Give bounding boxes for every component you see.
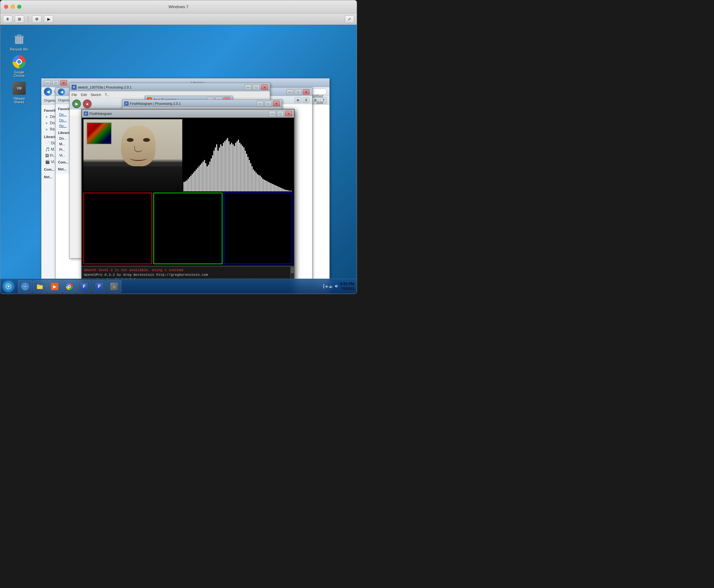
fh-maximize[interactable]: □ [277,111,284,117]
left-eye [127,138,134,142]
svg-rect-10 [189,177,190,191]
svg-rect-51 [245,151,246,191]
svg-rect-60 [257,174,258,191]
svg-rect-54 [249,160,250,191]
fe2-minimize[interactable]: — [286,89,293,95]
svg-rect-68 [268,182,269,191]
start-button[interactable] [0,279,17,294]
proc-minimize[interactable]: — [245,84,252,90]
taskbar-ie[interactable] [18,280,32,293]
proc2-close[interactable]: ✕ [273,101,280,106]
fe2-view[interactable]: ⊞ [295,97,301,103]
svg-rect-77 [280,188,281,191]
svg-rect-14 [195,171,195,191]
svg-rect-19 [201,163,202,191]
svg-rect-35 [223,143,224,191]
svg-rect-39 [229,141,229,191]
svg-rect-21 [204,160,205,191]
svg-rect-65 [264,180,265,191]
proc2-maximize[interactable]: □ [265,101,272,106]
svg-rect-81 [285,190,286,191]
close-button[interactable] [4,5,8,9]
svg-rect-48 [241,144,242,191]
proc-tools[interactable]: T... [105,93,109,97]
find-histogram-window: P FindHistogram — □ ✕ [81,109,295,294]
fe2-close[interactable]: ✕ [303,89,310,95]
proc-stop-btn[interactable]: ■ [83,100,92,108]
console-error-line: Smooth level 2 is not available. Using 1… [84,268,291,272]
clock-date: 7/3/2013 [340,287,354,291]
proc2-minimize[interactable]: — [257,101,263,106]
expand-tray[interactable] [323,284,324,288]
fh-app-icon: P [84,111,88,116]
maximize-button[interactable] [17,5,21,9]
mac-toolbar: ⏸ ⊞ ⚙ ▶ ⤢ [0,14,357,25]
taskbar-chrome[interactable] [62,280,76,293]
mac-window: Windows 7 ⏸ ⊞ ⚙ ▶ ⤢ [0,0,357,294]
proc2-icon: P [124,101,129,106]
svg-rect-74 [276,186,277,191]
green-channel [153,193,222,264]
fh-channels-row [83,193,293,264]
mac-titlebar: Windows 7 [0,0,357,14]
fh-top-row [83,119,293,191]
fe-maximize-btn[interactable]: □ [52,80,59,86]
svg-rect-42 [233,144,233,191]
svg-rect-32 [219,147,220,191]
scrollbar-thumb[interactable] [291,267,294,273]
svg-rect-37 [225,140,226,191]
proc-file[interactable]: File [71,93,77,97]
proc-edit[interactable]: Edit [81,93,87,97]
screenshot-button[interactable]: ⊞ [15,15,24,23]
pause-button[interactable]: ⏸ [3,15,12,23]
minimize-button[interactable] [11,5,15,9]
fe2-details[interactable]: ☰ [303,97,310,103]
settings-button[interactable]: ⚙ [32,15,41,23]
svg-rect-6 [183,182,185,191]
ie-icon [21,283,29,290]
show-hidden-icons[interactable]: ◀ [325,285,327,288]
fe2-nav-icon[interactable]: ◀ [58,88,65,96]
console-line-1: OpenCVPro 0.3.2 by Greg Borenstein http:… [84,273,291,277]
proc-run-btn[interactable]: ▶ [72,100,81,108]
fe-minimize-btn[interactable]: — [44,80,51,86]
svg-rect-20 [203,162,203,191]
traffic-lights [4,5,21,9]
vmware-icon[interactable]: VM VMware Shared [6,81,32,104]
taskbar-processing-1[interactable]: P [77,280,91,293]
taskbar-chrome-icon [66,283,73,290]
system-clock[interactable]: 9:55 PM 7/3/2013 [340,282,354,291]
svg-rect-47 [239,143,240,191]
proc-close[interactable]: ✕ [261,84,268,90]
svg-rect-7 [185,181,186,191]
forward-button[interactable]: ▶ [44,15,53,23]
svg-rect-31 [217,151,218,191]
fe-close-btn[interactable]: ✕ [60,80,67,86]
proc-maximize[interactable]: □ [253,84,260,90]
svg-rect-18 [200,165,201,191]
taskbar-explorer[interactable] [33,280,47,293]
fullscreen-button[interactable]: ⤢ [345,15,354,23]
taskbar-items: ▶ P P [17,280,323,293]
taskbar-processing-2[interactable]: P [92,280,106,293]
fe-nav-back[interactable]: ◀ [44,87,52,96]
fh-close[interactable]: ✕ [285,111,292,117]
svg-rect-30 [216,144,217,191]
fh-minimize[interactable]: — [269,111,276,117]
recycle-bin-icon[interactable]: Recycle Bin [6,31,32,51]
win7-taskbar: ▶ P P [0,279,357,294]
svg-rect-96 [113,284,115,285]
fe2-maximize[interactable]: □ [295,89,301,95]
taskbar-screenshot[interactable] [107,280,122,293]
chrome-icon[interactable]: Google Chrome [6,54,32,78]
svg-rect-67 [267,181,267,191]
svg-rect-11 [190,176,191,191]
nose [134,146,143,152]
taskbar-media[interactable]: ▶ [47,280,62,293]
volume-icon [334,284,339,289]
svg-rect-57 [253,169,254,191]
svg-point-95 [113,286,115,288]
svg-rect-61 [259,175,259,191]
proc-sketch[interactable]: Sketch [91,93,101,97]
proc-icon: P [71,85,77,90]
